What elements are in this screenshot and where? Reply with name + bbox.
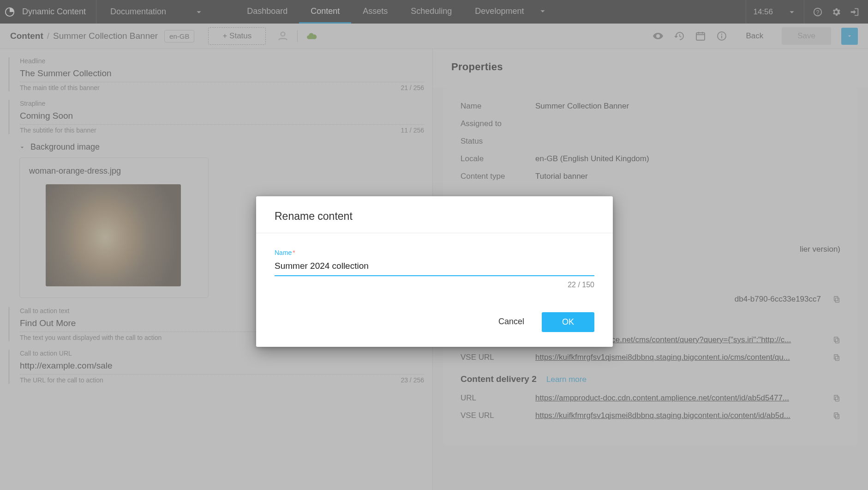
modal-title: Rename content <box>256 196 613 233</box>
cancel-button[interactable]: Cancel <box>497 312 526 332</box>
modal-count: 22 / 150 <box>275 281 594 289</box>
ok-button[interactable]: OK <box>542 312 594 332</box>
rename-modal: Rename content Name* 22 / 150 Cancel OK <box>256 196 613 347</box>
modal-name-input[interactable] <box>275 257 594 276</box>
modal-label: Name* <box>275 249 594 256</box>
